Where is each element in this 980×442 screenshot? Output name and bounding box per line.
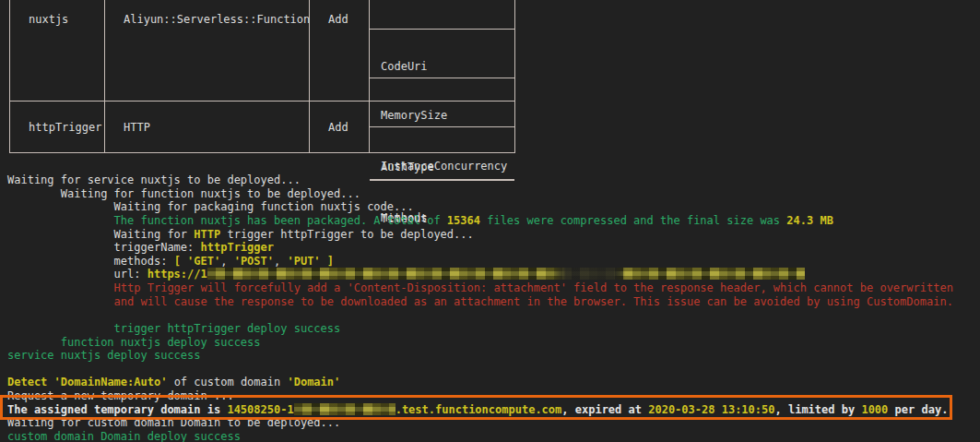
table-cell-resource-type: HTTP xyxy=(105,102,310,152)
table-row-nuxtjs: nuxtjs Aliyun::Serverless::Function Add … xyxy=(10,0,514,102)
table-cell-properties: CodeUri MemorySize InstanceConcurrency T… xyxy=(370,0,514,101)
log-text-segment: of custom domain xyxy=(167,376,287,388)
log-text-segment: 1000 xyxy=(861,403,888,416)
resource-name: httpTrigger xyxy=(29,121,101,134)
log-warning-line-1: Http Trigger will forcefully add a 'Cont… xyxy=(7,281,980,295)
log-text-segment: Waiting for xyxy=(7,228,194,241)
log-text-segment: 'DomainName:Auto' xyxy=(54,376,168,388)
log-text-segment: The function nuxtjs has been packaged. A… xyxy=(7,214,447,227)
action-label: Add xyxy=(328,121,348,134)
log-trigger-url: url: https://1 xyxy=(7,268,980,281)
log-function-deploy-waiting: Waiting for function nuxtjs to be deploy… xyxy=(7,187,980,201)
log-text-segment: Waiting for custom domain Domain to be d… xyxy=(7,416,340,429)
log-text-segment: trigger httpTrigger deploy success xyxy=(7,322,340,335)
log-text-segment: Request a new temporary domain ... xyxy=(7,389,234,402)
log-text-segment: httpTrigger xyxy=(201,241,274,254)
table-cell-action: Add xyxy=(310,102,370,152)
table-row-httptrigger: httpTrigger HTTP Add AuthType Methods xyxy=(10,102,514,152)
log-packaging-waiting: Waiting for packaging function nuxtjs co… xyxy=(7,200,980,214)
redacted-url xyxy=(207,268,805,280)
log-service-deploy-waiting: Waiting for service nuxtjs to be deploye… xyxy=(7,173,980,187)
log-trigger-name: triggerName: httpTrigger xyxy=(7,241,980,255)
redacted-account-id xyxy=(294,403,396,415)
log-text-segment: triggerName: xyxy=(7,241,201,254)
log-temporary-domain-result: The assigned temporary domain is 1450825… xyxy=(7,403,980,417)
log-text-segment: Waiting for service nuxtjs to be deploye… xyxy=(7,173,301,186)
log-text-segment: 2020-03-28 13:10:50 xyxy=(648,403,774,416)
log-trigger-deploy-waiting: Waiting for HTTP trigger httpTrigger to … xyxy=(7,228,980,242)
log-warning-line-2: and will cause the response to be downlo… xyxy=(7,295,980,309)
log-text-segment: Waiting for packaging function nuxtjs co… xyxy=(7,200,414,213)
log-text-segment: Detect xyxy=(7,376,47,388)
log-text-segment: custom domain Domain deploy success xyxy=(7,430,241,442)
log-text-segment: Http Trigger will forcefully add a 'Cont… xyxy=(7,281,953,294)
log-text-segment: Waiting for function nuxtjs to be deploy… xyxy=(7,187,360,200)
table-cell-resource-name: nuxtjs xyxy=(10,0,105,101)
log-text-segment: 'POST' xyxy=(234,255,274,268)
terminal-log: Waiting for service nuxtjs to be deploye… xyxy=(7,173,980,442)
resource-type: HTTP xyxy=(124,121,150,134)
log-text-segment: https://1 xyxy=(148,268,207,281)
log-text-segment: function nuxtjs deploy success xyxy=(7,336,261,349)
log-detect-domain: Detect 'DomainName:Auto' of custom domai… xyxy=(7,376,980,389)
table-cell-action: Add xyxy=(310,0,370,101)
table-cell-properties: AuthType Methods xyxy=(370,102,514,152)
log-text-segment: , expired at xyxy=(561,403,648,416)
property-item: CodeUri xyxy=(370,55,514,78)
resource-name: nuxtjs xyxy=(29,13,68,26)
table-cell-resource-type: Aliyun::Serverless::Function xyxy=(105,0,310,101)
log-text-segment: 'Domain' xyxy=(287,376,340,388)
log-custom-domain-success: custom domain Domain deploy success xyxy=(7,430,980,442)
log-text-segment: , xyxy=(220,255,233,268)
log-text-segment: HTTP xyxy=(194,228,220,241)
log-text-segment: and will cause the response to be downlo… xyxy=(7,295,953,308)
log-text-segment: , xyxy=(274,255,287,268)
log-text-segment: url: xyxy=(7,268,148,281)
log-text-segment: , limited by xyxy=(775,403,862,416)
log-service-deploy-success: service nuxtjs deploy success xyxy=(7,349,980,363)
log-function-deploy-success: function nuxtjs deploy success xyxy=(7,336,980,350)
log-text-segment: 24.3 MB xyxy=(786,214,833,227)
log-request-domain: Request a new temporary domain ... xyxy=(7,389,980,403)
log-blank xyxy=(7,308,980,322)
resource-table: nuxtjs Aliyun::Serverless::Function Add … xyxy=(9,0,515,153)
log-text-segment: methods: xyxy=(7,255,174,268)
log-packaged-result: The function nuxtjs has been packaged. A… xyxy=(7,214,980,228)
log-text-segment: service nuxtjs deploy success xyxy=(7,349,201,362)
log-text-segment: files were compressed and the final size… xyxy=(480,214,786,227)
log-text-segment: [ 'GET' xyxy=(174,255,221,268)
log-text-segment: 15364 xyxy=(447,214,480,227)
log-text-segment: per day. xyxy=(888,403,948,416)
log-custom-domain-waiting: Waiting for custom domain Domain to be d… xyxy=(7,416,980,430)
log-text-segment: 14508250-1 xyxy=(227,403,293,416)
resource-type: Aliyun::Serverless::Function xyxy=(124,13,310,26)
log-text-segment: 'PUT' ] xyxy=(287,255,334,268)
log-text-segment: .test.functioncompute.com xyxy=(396,403,562,416)
log-text-segment: The assigned temporary domain is xyxy=(7,403,227,416)
log-text-segment xyxy=(47,376,53,388)
log-text-segment: trigger httpTrigger to be deployed... xyxy=(220,228,474,241)
log-trigger-methods: methods: [ 'GET', 'POST', 'PUT' ] xyxy=(7,255,980,269)
log-blank xyxy=(7,363,980,376)
action-label: Add xyxy=(328,13,348,26)
table-cell-resource-name: httpTrigger xyxy=(10,102,105,152)
log-trigger-deploy-success: trigger httpTrigger deploy success xyxy=(7,322,980,336)
